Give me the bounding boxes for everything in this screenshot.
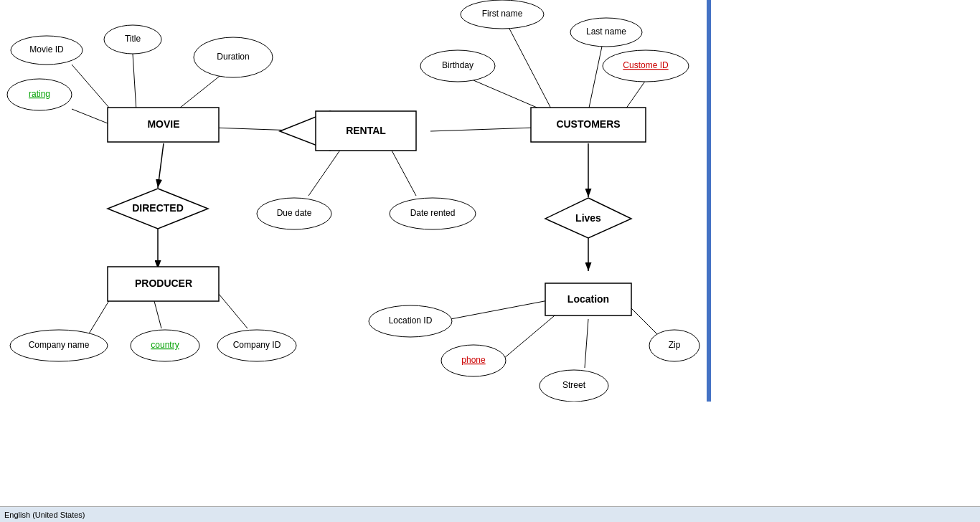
svg-line-6 [430, 128, 534, 131]
entity-movie-label: MOVIE [147, 118, 179, 130]
attr-duration-label: Duration [217, 52, 249, 62]
attr-phone-label: phone [461, 355, 486, 365]
svg-line-17 [391, 149, 416, 196]
svg-line-8 [588, 43, 603, 111]
relationship-lives-label: Lives [575, 212, 601, 224]
attr-title-label: Title [125, 34, 141, 44]
relationship-rental-label: RENTAL [346, 125, 386, 136]
attr-date-rented-label: Date rented [410, 208, 456, 218]
er-diagram: Movie ID Title Duration rating First nam… [0, 0, 710, 402]
svg-line-14 [154, 301, 161, 328]
entity-producer-label: PRODUCER [135, 277, 192, 289]
entity-customers-label: CUSTOMERS [556, 118, 620, 130]
language-label: English (United States) [4, 511, 85, 519]
attr-rating-label: rating [29, 89, 50, 99]
svg-line-22 [585, 319, 588, 368]
attr-birthday-label: Birthday [442, 60, 473, 70]
right-border [707, 0, 711, 402]
relationship-directed-label: DIRECTED [132, 202, 184, 214]
svg-line-9 [473, 80, 545, 111]
attr-customer-id-label: Custome ID [623, 60, 669, 70]
attr-country-label: country [151, 340, 179, 350]
svg-line-2 [133, 54, 136, 111]
svg-line-16 [308, 149, 341, 196]
attr-company-name-label: Company name [29, 340, 90, 350]
attr-first-name-label: First name [482, 9, 523, 19]
attr-street-label: Street [562, 380, 586, 390]
status-bar: English (United States) [0, 506, 980, 522]
entity-location-label: Location [567, 293, 609, 305]
diagram-canvas: Movie ID Title Duration rating First nam… [0, 0, 710, 402]
attr-due-date-label: Due date [277, 208, 312, 218]
attr-last-name-label: Last name [586, 27, 626, 37]
svg-line-10 [624, 80, 646, 111]
attr-location-id-label: Location ID [389, 315, 433, 326]
attr-company-id-label: Company ID [233, 340, 281, 350]
svg-line-3 [176, 74, 222, 111]
attr-zip-label: Zip [669, 340, 681, 350]
svg-line-11 [158, 143, 164, 188]
attr-movie-id-label: Movie ID [29, 44, 64, 54]
